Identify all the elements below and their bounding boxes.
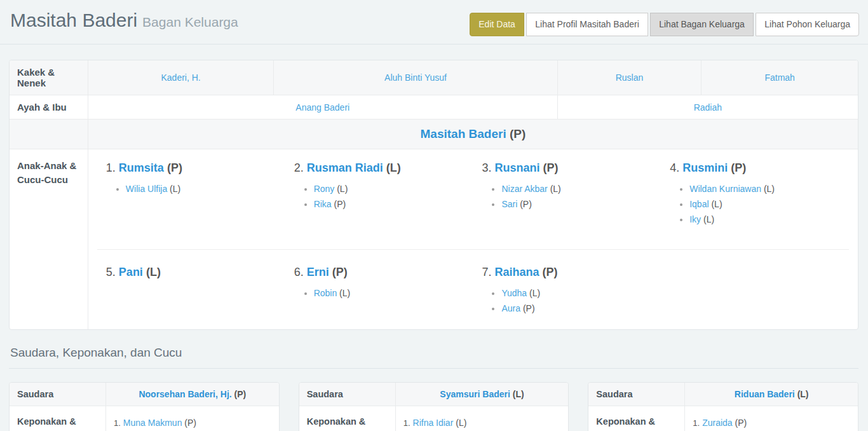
nephew-link[interactable]: Zuraida — [702, 418, 732, 428]
sibling-label: Saudara — [10, 383, 105, 406]
nephew-number: 1. — [693, 418, 700, 428]
parent-link[interactable]: Radiah — [694, 102, 722, 113]
sibling-tables: Saudara Noorsehan Baderi, Hj. (P) Kepona… — [9, 382, 858, 431]
nephew-number: 1. — [114, 418, 121, 428]
grandchildren-list: Nizar Akbar (L) Sari (P) — [482, 184, 652, 209]
gender-label: (P) — [334, 199, 346, 209]
view-pohon-button[interactable]: Lihat Pohon Keluarga — [756, 13, 859, 36]
children-separator — [97, 249, 849, 250]
nephew-link[interactable]: Rifna Idiar — [413, 418, 454, 428]
sibling-name-row: Saudara Riduan Baderi (L) — [588, 383, 858, 406]
gender-label: (P) — [543, 161, 558, 174]
grandparent-cell: Kaderi, H. — [88, 60, 274, 95]
grandchild-item: Nizar Akbar (L) — [501, 184, 652, 194]
children-label: Anak-Anak & Cucu-Cucu — [10, 149, 88, 329]
sibling-label: Saudara — [588, 383, 684, 406]
nephew-number: 1. — [403, 418, 410, 428]
parents-row: Ayah & Ibu Anang Baderi Radiah — [10, 95, 858, 119]
gender-label: (P) — [731, 161, 746, 174]
edit-data-button[interactable]: Edit Data — [470, 13, 524, 36]
gender-label: (L) — [764, 184, 775, 194]
nephews-label: Keponakan & Cucu-Cucu — [588, 406, 684, 431]
child-number: 1. — [106, 161, 116, 174]
grandchild-link[interactable]: Yudha — [501, 288, 527, 298]
gender-label: (P) — [542, 266, 557, 278]
grandchild-link[interactable]: Iqbal — [689, 199, 709, 209]
grandchild-link[interactable]: Robin — [314, 288, 337, 298]
view-profile-button[interactable]: Lihat Profil Masitah Baderi — [526, 13, 648, 36]
child-heading: 3.Rusnani (P) — [482, 160, 652, 175]
grandchild-item: Iky (L) — [689, 214, 840, 224]
grandchild-item: Iqbal (L) — [689, 199, 840, 209]
gender-label: (P) — [184, 418, 196, 428]
person-name-title: Masitah Baderi — [10, 10, 137, 31]
nephews-row: Keponakan & Cucu-Cucu 1.Muna Makmun (P) … — [10, 406, 279, 431]
parent-link[interactable]: Anang Baderi — [295, 102, 349, 113]
gender-label: (L) — [456, 418, 466, 428]
child-name-link[interactable]: Raihana — [494, 266, 539, 278]
child-name-link[interactable]: Erni — [307, 266, 329, 278]
family-chart-table: Kakek & Nenek Kaderi, H. Aluh Binti Yusu… — [9, 60, 858, 330]
child-heading: 5.Pani (L) — [106, 264, 276, 280]
sibling-name-cell: Riduan Baderi (L) — [684, 383, 858, 406]
grandchildren-list: Wilia Ulfija (L) — [106, 184, 276, 194]
sibling-table: Saudara Noorsehan Baderi, Hj. (P) Kepona… — [9, 382, 280, 431]
sibling-column: Saudara Noorsehan Baderi, Hj. (P) Kepona… — [9, 382, 280, 431]
nephew-link[interactable]: Muna Makmun — [123, 418, 182, 428]
nephews-row: Keponakan & Cucu-Cucu 1.Rifna Idiar (L) … — [299, 406, 569, 431]
grandchild-link[interactable]: Sari — [501, 199, 517, 209]
grandchild-link[interactable]: Iky — [689, 214, 701, 224]
grandchild-link[interactable]: Nizar Akbar — [501, 184, 547, 194]
nephews-row: Keponakan & Cucu-Cucu 1.Zuraida (P) Andi… — [588, 406, 858, 431]
child-number: 6. — [294, 266, 304, 278]
grandchildren-list: Robin (L) — [294, 288, 465, 298]
grandparent-link[interactable]: Ruslan — [616, 72, 644, 83]
nephew-item: 1.Muna Makmun (P) Nafies Luthfi (L) — [114, 418, 271, 431]
grandchild-link[interactable]: Wilia Ulfija — [126, 184, 167, 194]
child-name-link[interactable]: Pani — [119, 266, 143, 278]
child-name-link[interactable]: Rusman Riadi — [307, 161, 383, 174]
grandchild-item: Yudha (L) — [501, 288, 652, 298]
sibling-label: Saudara — [299, 383, 395, 406]
sibling-name-link[interactable]: Syamsuri Baderi — [440, 389, 510, 399]
gender-label: (P) — [735, 418, 747, 428]
grandparent-cell: Fatmah — [701, 60, 858, 95]
grandchild-link[interactable]: Wildan Kurniawan — [689, 184, 761, 194]
nephews-cell: 1.Zuraida (P) Andika Nugraha Rahman (L) — [684, 406, 858, 431]
sibling-column: Saudara Riduan Baderi (L) Keponakan & Cu… — [588, 382, 858, 431]
grandchild-link[interactable]: Rony — [314, 184, 335, 194]
person-row: Masitah Baderi (P) — [10, 119, 858, 149]
sibling-column: Saudara Syamsuri Baderi (L) Keponakan & … — [299, 382, 569, 431]
grandchild-item: Wilia Ulfija (L) — [126, 184, 276, 194]
nephews-cell: 1.Muna Makmun (P) Nafies Luthfi (L) — [105, 406, 279, 431]
gender-label: (P) — [234, 389, 247, 399]
child-heading: 6.Erni (P) — [294, 264, 465, 280]
grandparent-link[interactable]: Aluh Binti Yusuf — [384, 72, 447, 83]
grandchild-link[interactable]: Rika — [314, 199, 332, 209]
nephews-label: Keponakan & Cucu-Cucu — [10, 406, 105, 431]
grandparents-row: Kakek & Nenek Kaderi, H. Aluh Binti Yusu… — [10, 60, 858, 95]
view-bagan-button[interactable]: Lihat Bagan Keluarga — [650, 13, 754, 36]
grandchildren-list: Yudha (L) Aura (P) — [482, 288, 652, 313]
grandchildren-list: Wildan Kurniawan (L) Iqbal (L) Iky (L) — [670, 184, 840, 224]
gender-label: (P) — [523, 303, 535, 313]
grandchild-link[interactable]: Aura — [501, 303, 520, 313]
siblings-section-heading: Saudara, Keponakan, dan Cucu — [9, 346, 858, 369]
gender-label: (L) — [339, 288, 350, 298]
sibling-name-link[interactable]: Noorsehan Baderi, Hj. — [139, 389, 231, 399]
grandparent-link[interactable]: Kaderi, H. — [161, 72, 200, 83]
grandparent-link[interactable]: Fatmah — [764, 72, 794, 83]
child-name-link[interactable]: Rumsita — [119, 161, 164, 174]
person-name-link[interactable]: Masitah Baderi — [421, 127, 506, 140]
children-grid-row: 1.Rumsita (P) Wilia Ulfija (L) 2.Rusman … — [97, 160, 849, 234]
grandparent-cell: Ruslan — [557, 60, 702, 95]
child-heading: 2.Rusman Riadi (L) — [294, 160, 465, 175]
child-number: 7. — [482, 266, 491, 278]
children-grid-row: 5.Pani (L) 6.Erni (P) Robin (L) — [97, 264, 849, 320]
sibling-name-link[interactable]: Riduan Baderi — [735, 389, 795, 399]
grandchild-item: Wildan Kurniawan (L) — [689, 184, 840, 194]
child-name-link[interactable]: Rusnani — [494, 161, 539, 174]
child-block: 4.Rusmini (P) Wildan Kurniawan (L) Iqbal… — [661, 160, 849, 234]
child-name-link[interactable]: Rusmini — [682, 161, 728, 174]
sibling-name-row: Saudara Noorsehan Baderi, Hj. (P) — [10, 383, 279, 406]
